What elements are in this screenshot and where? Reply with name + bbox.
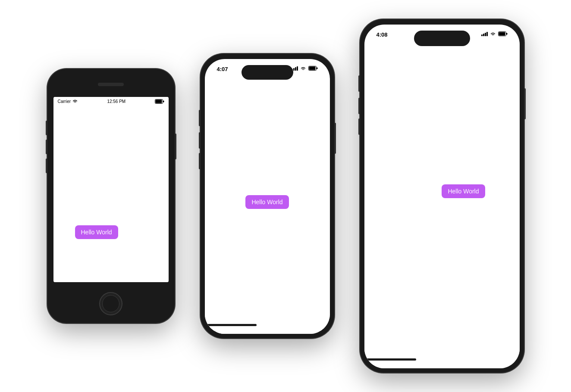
screen-content-medium: Hello World	[205, 83, 330, 334]
home-indicator-large	[364, 358, 416, 361]
svg-rect-5	[317, 68, 318, 69]
screen-modern-large: 4:08 Hello World	[364, 25, 520, 368]
home-button[interactable]	[99, 292, 122, 315]
iphone-modern-large: 4:08 Hello World	[360, 19, 524, 373]
status-time: 12:56 PM	[107, 99, 125, 104]
screen-classic: Carrier 12:56 PM Hello World	[53, 97, 169, 282]
svg-rect-2	[163, 100, 164, 102]
carrier-text: Carrier	[58, 99, 71, 104]
wifi-icon-medium	[300, 66, 306, 71]
wifi-icon	[72, 99, 78, 103]
dynamic-island-large	[414, 31, 470, 46]
status-time-large: 4:08	[376, 31, 388, 38]
signal-icon-large	[481, 32, 488, 36]
screen-content-classic: Hello World	[53, 106, 169, 282]
wifi-icon-large	[490, 32, 496, 36]
svg-rect-8	[506, 33, 508, 35]
hello-world-button-large[interactable]: Hello World	[442, 184, 485, 198]
battery-icon-medium	[308, 66, 318, 71]
home-button-inner	[102, 295, 119, 312]
status-bar-classic: Carrier 12:56 PM	[53, 97, 169, 106]
hello-world-button-classic[interactable]: Hello World	[75, 225, 118, 239]
dynamic-island-medium	[242, 65, 293, 80]
hello-world-button-medium[interactable]: Hello World	[245, 195, 289, 209]
status-right-icons-large	[481, 31, 508, 36]
battery-icon	[155, 99, 164, 104]
svg-rect-4	[309, 67, 315, 70]
speaker-top	[98, 83, 124, 86]
carrier-label: Carrier	[58, 99, 78, 104]
iphone-modern-medium: 4:07 Hello	[201, 54, 334, 338]
screen-modern-medium: 4:07 Hello	[205, 59, 330, 334]
svg-rect-7	[499, 32, 505, 36]
home-indicator-medium	[205, 324, 257, 326]
battery-icon-large	[498, 31, 508, 36]
status-right-icons-medium	[292, 66, 318, 71]
screen-content-large: Hello World	[364, 49, 520, 368]
status-time-medium: 4:07	[217, 66, 228, 72]
battery-indicator	[155, 99, 164, 104]
iphone-classic: Carrier 12:56 PM Hello World	[47, 69, 175, 323]
svg-rect-1	[155, 100, 162, 103]
